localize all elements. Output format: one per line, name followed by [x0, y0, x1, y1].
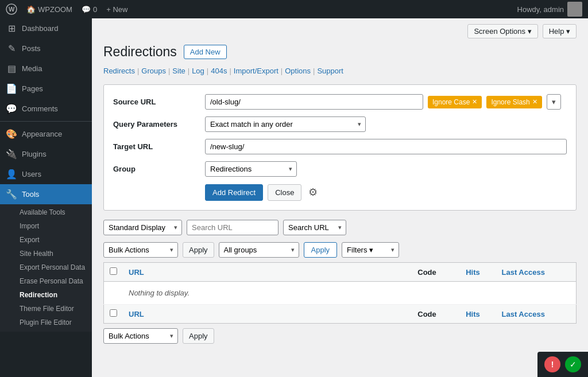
ignore-slash-tag[interactable]: Ignore Slash ✕	[486, 96, 541, 108]
empty-row: Nothing to display.	[104, 282, 577, 305]
query-params-controls: Exact match in any order	[205, 116, 567, 132]
sidebar-sub-erase-personal[interactable]: Erase Personal Data	[0, 274, 92, 288]
sidebar-sub-export-personal[interactable]: Export Personal Data	[0, 261, 92, 274]
sidebar-item-plugins[interactable]: 🔌 Plugins	[0, 144, 92, 164]
site-name[interactable]: 🏠 WPZOOM	[26, 5, 72, 14]
sidebar-item-pages[interactable]: 📄 Pages	[0, 79, 92, 99]
tools-submenu: Available Tools Import Export Site Healt…	[0, 204, 92, 332]
all-groups-select[interactable]: All groups	[219, 242, 299, 258]
settings-gear-button[interactable]: ⚙	[306, 184, 320, 201]
th-footer-last-access: Last Access	[496, 305, 577, 324]
bulk-actions-top-wrap: Bulk Actions	[103, 242, 178, 258]
last-access-sort-link[interactable]: Last Access	[502, 268, 545, 277]
nav-tab-site[interactable]: Site	[172, 67, 185, 75]
bulk-actions-top-select[interactable]: Bulk Actions	[103, 242, 178, 258]
sidebar-sub-site-health[interactable]: Site Health	[0, 247, 92, 261]
form-buttons: Add Redirect Close ⚙	[113, 184, 567, 201]
sidebar-sub-plugin-editor[interactable]: Plugin File Editor	[0, 316, 92, 329]
error-icon[interactable]: !	[544, 356, 560, 372]
ignore-slash-close-icon[interactable]: ✕	[532, 98, 537, 106]
target-url-input[interactable]	[205, 139, 567, 154]
bulk-actions-bottom-row: Bulk Actions Apply	[103, 328, 577, 344]
nav-tab-support[interactable]: Support	[317, 67, 343, 75]
source-url-controls: Ignore Case ✕ Ignore Slash ✕ ▾	[205, 94, 567, 110]
all-groups-wrap: All groups	[219, 242, 299, 258]
bulk-actions-bottom-select[interactable]: Bulk Actions	[103, 328, 178, 344]
th-hits: Hits	[450, 263, 496, 282]
sidebar-sub-available-tools[interactable]: Available Tools	[0, 205, 92, 219]
search-url-select-wrap: Search URL	[283, 220, 346, 235]
bulk-actions-top-row: Bulk Actions Apply All groups Apply Filt	[103, 242, 577, 258]
dashboard-icon: ⊞	[6, 23, 17, 34]
query-params-label: Query Parameters	[113, 120, 205, 129]
nav-tab-redirects[interactable]: Redirects	[103, 67, 135, 75]
footer-url-sort-link[interactable]: URL	[129, 310, 144, 318]
appearance-icon: 🎨	[6, 129, 17, 139]
page-title-row: Redirections Add New	[103, 44, 577, 60]
users-icon: 👤	[6, 169, 17, 180]
th-checkbox	[104, 263, 123, 282]
plugins-icon: 🔌	[6, 149, 17, 160]
add-redirect-button[interactable]: Add Redirect	[205, 184, 263, 201]
th-url: URL	[123, 263, 404, 282]
sidebar-sub-theme-editor[interactable]: Theme File Editor	[0, 302, 92, 316]
nav-tab-404s[interactable]: 404s	[211, 67, 227, 75]
nav-tab-importexport[interactable]: Import/Export	[234, 67, 278, 75]
sidebar-item-users[interactable]: 👤 Users	[0, 164, 92, 184]
th-footer-hits: Hits	[450, 305, 496, 324]
groups-apply-button[interactable]: Apply	[304, 242, 338, 258]
close-button[interactable]: Close	[268, 184, 301, 201]
sidebar-item-appearance[interactable]: 🎨 Appearance	[0, 124, 92, 144]
sidebar-item-comments[interactable]: 💬 Comments	[0, 99, 92, 119]
search-url-type-select[interactable]: Search URL	[283, 220, 346, 235]
wp-logo[interactable]: W	[6, 3, 17, 15]
sidebar-item-media[interactable]: ▤ Media	[0, 59, 92, 79]
top-bar: W 🏠 WPZOOM 💬 0 + New Howdy, admin	[0, 0, 588, 18]
sidebar-sub-export[interactable]: Export	[0, 233, 92, 247]
ignore-case-close-icon[interactable]: ✕	[472, 98, 477, 106]
bulk-apply-bottom-button[interactable]: Apply	[183, 328, 214, 344]
user-howdy[interactable]: Howdy, admin	[517, 2, 582, 17]
filters-wrap: Filters ▾	[342, 242, 399, 258]
filters-select[interactable]: Filters ▾	[342, 242, 399, 258]
query-params-select[interactable]: Exact match in any order	[205, 116, 366, 132]
source-url-input[interactable]	[205, 94, 423, 110]
th-footer-checkbox	[104, 305, 123, 324]
new-menu[interactable]: + New	[106, 5, 127, 14]
filter-row: Standard Display Full URL Regex Search U…	[103, 220, 577, 235]
screen-options-button[interactable]: Screen Options ▾	[467, 24, 537, 38]
bulk-apply-top-button[interactable]: Apply	[183, 242, 214, 258]
pages-icon: 📄	[6, 83, 17, 94]
group-select[interactable]: Redirections	[205, 161, 297, 177]
footer-last-access-sort-link[interactable]: Last Access	[502, 310, 545, 318]
group-select-wrap: Redirections	[205, 161, 297, 177]
sidebar-item-dashboard[interactable]: ⊞ Dashboard	[0, 18, 92, 38]
select-all-footer-checkbox[interactable]	[110, 309, 117, 317]
help-button[interactable]: Help ▾	[543, 24, 577, 38]
expand-options-button[interactable]: ▾	[547, 94, 561, 110]
ignore-case-tag[interactable]: Ignore Case ✕	[428, 96, 482, 108]
nav-tab-groups[interactable]: Groups	[141, 67, 166, 75]
search-url-input[interactable]	[187, 220, 278, 235]
query-params-row: Query Parameters Exact match in any orde…	[113, 116, 567, 132]
sidebar-item-posts[interactable]: ✎ Posts	[0, 38, 92, 59]
sidebar: ⊞ Dashboard ✎ Posts ▤ Media 📄 Pages 💬 Co…	[0, 18, 92, 377]
add-new-button[interactable]: Add New	[184, 45, 227, 59]
nav-tab-options[interactable]: Options	[285, 67, 311, 75]
th-footer-url: URL	[123, 305, 404, 324]
empty-message: Nothing to display.	[123, 282, 577, 305]
hits-sort-link[interactable]: Hits	[466, 268, 480, 277]
group-row: Group Redirections	[113, 161, 567, 177]
sidebar-sub-import[interactable]: Import	[0, 219, 92, 233]
check-icon[interactable]: ✓	[565, 356, 581, 372]
comments-icon: 💬	[6, 103, 17, 114]
url-sort-link[interactable]: URL	[129, 268, 144, 277]
sidebar-item-tools[interactable]: 🔧 Tools	[0, 184, 92, 204]
display-select[interactable]: Standard Display Full URL Regex	[103, 220, 182, 235]
footer-hits-sort-link[interactable]: Hits	[466, 310, 480, 318]
sidebar-sub-redirection[interactable]: Redirection	[0, 288, 92, 302]
comments-count[interactable]: 💬 0	[82, 5, 97, 14]
display-select-wrap: Standard Display Full URL Regex	[103, 220, 182, 235]
nav-tab-log[interactable]: Log	[192, 67, 204, 75]
select-all-checkbox[interactable]	[110, 267, 117, 275]
